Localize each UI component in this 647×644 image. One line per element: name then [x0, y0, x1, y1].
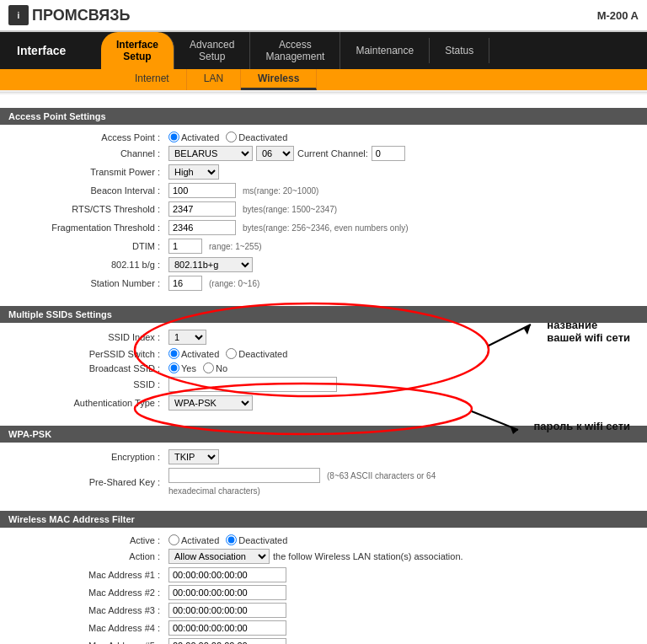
perssid-value: Activated Deactivated — [168, 348, 639, 359]
mac-action-select[interactable]: Allow Association — [168, 549, 270, 564]
current-channel-input[interactable] — [372, 146, 405, 161]
encryption-value: TKIP — [168, 449, 639, 464]
mac-action-suffix: the follow Wireless LAN station(s) assoc… — [273, 551, 463, 561]
station-label: Station Number : — [8, 278, 168, 288]
mac-action-value: Allow Association the follow Wireless LA… — [168, 549, 639, 564]
auth-label: Authentication Type : — [8, 398, 168, 408]
perssid-deactivated-label[interactable]: Deactivated — [226, 348, 287, 359]
mac-deactivated-radio[interactable] — [226, 534, 237, 545]
current-channel-label: Current Channel: — [297, 148, 368, 158]
perssid-deactivated-radio[interactable] — [226, 348, 237, 359]
mac-address-label-3: Mac Address #3 : — [8, 605, 168, 615]
sub-nav-wireless[interactable]: Wireless — [241, 69, 317, 90]
frag-input[interactable] — [168, 220, 236, 235]
mac-address-row: Mac Address #3 : — [8, 603, 639, 618]
mac-address-input-3[interactable] — [168, 603, 286, 618]
mac-active-value: Activated Deactivated — [168, 534, 639, 545]
access-point-header: Access Point Settings — [0, 108, 647, 125]
encryption-select[interactable]: TKIP — [168, 449, 219, 464]
sub-nav: Internet LAN Wireless — [0, 69, 647, 90]
station-row: Station Number : (range: 0~16) — [8, 276, 639, 291]
ap-deactivated-radio[interactable] — [226, 131, 237, 142]
content: Access Point Settings Access Point : Act… — [0, 94, 647, 644]
nav-tab-status[interactable]: Status — [430, 38, 489, 63]
preshared-hint2: hexadecimal characters) — [168, 486, 260, 496]
rts-input[interactable] — [168, 201, 236, 217]
mode-value: 802.11b+g — [168, 257, 639, 272]
perssid-activated-label[interactable]: Activated — [168, 348, 219, 359]
transmit-power-select[interactable]: High — [168, 164, 219, 180]
ssid-input[interactable] — [168, 377, 337, 392]
ap-activated-label[interactable]: Activated — [168, 131, 219, 142]
channel-country-select[interactable]: BELARUS — [168, 146, 253, 161]
nav-tab-interface-setup[interactable]: InterfaceSetup — [101, 32, 174, 69]
station-value: (range: 0~16) — [168, 276, 639, 291]
mac-address-input-2[interactable] — [168, 585, 286, 600]
broadcast-row: Broadcast SSID : Yes No — [8, 362, 639, 373]
rts-hint: bytes(range: 1500~2347) — [243, 205, 337, 214]
mac-activated-label[interactable]: Activated — [168, 534, 219, 545]
encryption-label: Encryption : — [8, 452, 168, 462]
dtim-hint: range: 1~255) — [209, 242, 262, 251]
mode-select[interactable]: 802.11b+g — [168, 257, 253, 272]
mac-deactivated-label[interactable]: Deactivated — [226, 534, 287, 545]
nav-tab-maintenance[interactable]: Maintenance — [340, 38, 430, 63]
mac-address-label-4: Mac Address #4 : — [8, 623, 168, 633]
ap-deactivated-label[interactable]: Deactivated — [226, 131, 287, 142]
dtim-label: DTIM : — [8, 241, 168, 251]
channel-value: BELARUS 06 Current Channel: — [168, 146, 639, 161]
beacon-row: Beacon Interval : ms(range: 20~1000) — [8, 183, 639, 198]
mac-active-radio-group: Activated Deactivated — [168, 534, 287, 545]
preshared-hint: (8~63 ASCII characters or 64 — [327, 471, 436, 480]
mac-address-input-1[interactable] — [168, 567, 286, 582]
mac-filter-section: Wireless MAC Address Filter Active : Act… — [0, 511, 647, 644]
beacon-input[interactable] — [168, 183, 236, 198]
ap-row: Access Point : Activated Deactivated — [8, 131, 639, 142]
auth-select[interactable]: WPA-PSK — [168, 395, 253, 411]
mac-address-input-4[interactable] — [168, 620, 286, 636]
mode-label: 802.11 b/g : — [8, 260, 168, 270]
mac-address-row: Mac Address #5 : — [8, 638, 639, 644]
header: i ПРОМСВЯЗЬ M-200 A — [0, 0, 647, 32]
access-point-section: Access Point Settings Access Point : Act… — [0, 108, 647, 301]
ssid-index-select[interactable]: 1 — [168, 330, 206, 345]
preshared-value: (8~63 ASCII characters or 64 hexadecimal… — [168, 468, 639, 496]
ssid-index-row: SSID Index : 1 — [8, 330, 639, 345]
perssid-activated-radio[interactable] — [168, 348, 179, 359]
nav-tab-access-management[interactable]: AccessManagement — [250, 32, 340, 69]
mac-address-row: Mac Address #4 : — [8, 620, 639, 636]
broadcast-radio-group: Yes No — [168, 362, 227, 373]
transmit-power-label: Transmit Power : — [8, 167, 168, 177]
mac-address-label-5: Mac Address #5 : — [8, 641, 168, 644]
nav-tab-advanced-setup[interactable]: AdvancedSetup — [174, 32, 250, 69]
mac-address-input-5[interactable] — [168, 638, 286, 644]
mac-address-row: Mac Address #1 : — [8, 567, 639, 582]
preshared-key-input[interactable] — [168, 468, 320, 483]
broadcast-yes-radio[interactable] — [168, 362, 179, 373]
mac-addresses-list: Mac Address #1 :Mac Address #2 :Mac Addr… — [8, 567, 639, 644]
mac-activated-radio[interactable] — [168, 534, 179, 545]
station-input[interactable] — [168, 276, 202, 291]
ssid-index-label: SSID Index : — [8, 332, 168, 342]
broadcast-no-label[interactable]: No — [203, 362, 227, 373]
logo-icon: i — [8, 5, 29, 25]
ap-radio-group: Activated Deactivated — [168, 131, 287, 142]
perssid-label: PerSSID Switch : — [8, 349, 168, 359]
dtim-input[interactable] — [168, 239, 202, 254]
logo: i ПРОМСВЯЗЬ — [8, 5, 130, 25]
wpa-psk-section: WPA-PSK Encryption : TKIP Pre-Shared Key… — [0, 426, 647, 506]
ap-label: Access Point : — [8, 132, 168, 142]
channel-num-select[interactable]: 06 — [256, 146, 294, 161]
perssid-radio-group: Activated Deactivated — [168, 348, 287, 359]
annotation-wifi-password: пароль к wifi сети — [533, 420, 630, 432]
sub-nav-lan[interactable]: LAN — [187, 69, 241, 90]
ssid-row: SSID : — [8, 377, 639, 392]
broadcast-yes-label[interactable]: Yes — [168, 362, 196, 373]
sub-nav-internet[interactable]: Internet — [118, 69, 187, 90]
mac-filter-form: Active : Activated Deactivated Action : … — [0, 531, 647, 644]
mac-address-label-1: Mac Address #1 : — [8, 570, 168, 580]
broadcast-no-radio[interactable] — [203, 362, 214, 373]
ap-activated-radio[interactable] — [168, 131, 179, 142]
rts-row: RTS/CTS Threshold : bytes(range: 1500~23… — [8, 201, 639, 217]
broadcast-label: Broadcast SSID : — [8, 363, 168, 373]
